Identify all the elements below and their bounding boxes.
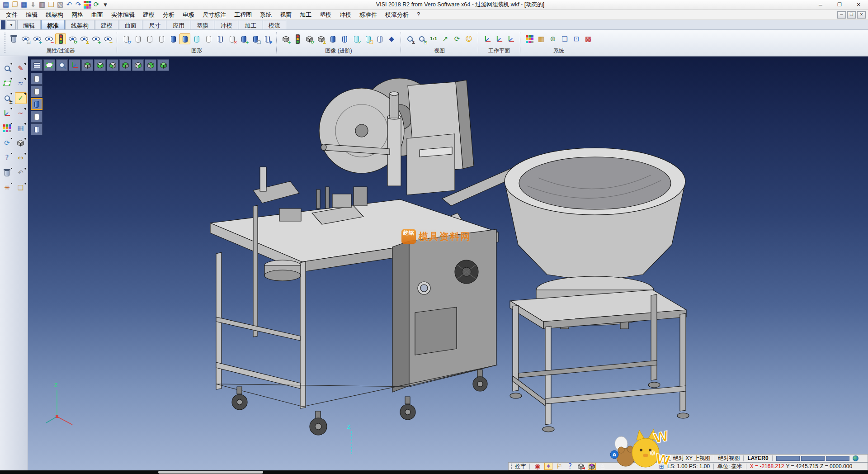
menu-item-2[interactable]: 编辑: [22, 11, 42, 19]
solid-sheet-icon[interactable]: ❏: [363, 33, 373, 44]
view-front-icon[interactable]: [145, 59, 156, 71]
ribbon-tab-11[interactable]: 模流: [263, 20, 286, 29]
view-right-icon[interactable]: [132, 59, 144, 71]
quickbar-more-icon[interactable]: ▾: [101, 1, 109, 9]
lock-toggle[interactable]: 拴牢: [515, 463, 526, 470]
magic-wand-icon[interactable]: ✦: [544, 463, 552, 470]
save-icon[interactable]: ▦: [20, 1, 28, 9]
active-layer-label[interactable]: LAYER0: [747, 455, 768, 461]
menu-item-6[interactable]: 实体编辑: [107, 11, 139, 19]
grid-window-icon[interactable]: ▦: [15, 122, 27, 134]
ribbon-tab-6[interactable]: 尺寸: [143, 20, 166, 29]
menu-item-13[interactable]: 视窗: [276, 11, 296, 19]
zoom-select-icon[interactable]: [1, 62, 13, 74]
solid-striped-icon[interactable]: [339, 33, 350, 44]
copy-icon[interactable]: ❏: [47, 1, 55, 9]
menu-item-4[interactable]: 网格: [67, 11, 87, 19]
refresh-icon[interactable]: ⟳: [92, 1, 100, 9]
ribbon-tab-9[interactable]: 冲模: [215, 20, 238, 29]
toggle-visibility-icon[interactable]: ±: [79, 33, 90, 44]
view-top-icon[interactable]: [81, 59, 93, 71]
calculator-icon[interactable]: ▦: [536, 33, 547, 44]
menu-item-9[interactable]: 电极: [179, 11, 198, 19]
add-graphics-icon[interactable]: +: [238, 33, 249, 44]
display-shaded-icon[interactable]: [31, 98, 42, 110]
copy-graphics-icon[interactable]: ❏: [250, 33, 261, 44]
import-icon[interactable]: ⇓: [29, 1, 37, 9]
zoom-solid-icon[interactable]: ±: [1, 92, 13, 104]
ribbon-tab-3[interactable]: 线架构: [65, 20, 94, 29]
advanced-filter-icon[interactable]: [292, 33, 303, 44]
advanced-add-icon[interactable]: +: [280, 33, 291, 44]
ribbon-tab-2[interactable]: 标准: [41, 20, 65, 29]
fit-view-icon[interactable]: [1, 77, 13, 89]
close-button[interactable]: ✕: [849, 0, 868, 9]
view-menu-icon[interactable]: [31, 59, 42, 71]
mdi-restore-button[interactable]: ❐: [847, 11, 856, 19]
select-mode-icon[interactable]: ⊡: [571, 33, 582, 44]
menu-item-11[interactable]: 工程图: [230, 11, 256, 19]
transparent-display-icon[interactable]: [191, 33, 202, 44]
cpl-icon[interactable]: [69, 59, 80, 71]
mesh-display-icon[interactable]: [215, 33, 226, 44]
redo-icon[interactable]: ↷: [74, 1, 82, 9]
view-bottom-icon[interactable]: [94, 59, 106, 71]
system-options-icon[interactable]: ⊕: [547, 33, 558, 44]
flat-display-icon[interactable]: [203, 33, 214, 44]
fit-all-icon[interactable]: [43, 59, 55, 71]
open-model-icon[interactable]: ❏: [15, 182, 27, 194]
workplane-set-icon[interactable]: [482, 33, 493, 44]
menu-item-1[interactable]: 文件: [2, 11, 22, 19]
display-hidden-icon[interactable]: [31, 85, 42, 97]
menu-item-5[interactable]: 曲面: [87, 11, 107, 19]
cpl-axis-icon[interactable]: [1, 107, 13, 119]
selection-filter-icon[interactable]: [55, 33, 66, 44]
settings-window-icon[interactable]: ❏: [559, 33, 570, 44]
cpl-cube-icon[interactable]: [588, 463, 596, 470]
render-settings-icon[interactable]: [1, 122, 13, 134]
graphics-settings-icon[interactable]: ✱: [262, 33, 273, 44]
mdi-minimize-button[interactable]: ─: [837, 11, 846, 19]
display-mesh-icon[interactable]: [31, 123, 42, 135]
display-flat-icon[interactable]: [31, 111, 42, 123]
show-all-icon[interactable]: +: [90, 33, 101, 44]
menu-item-3[interactable]: 线架构: [42, 11, 67, 19]
rotate-view-icon[interactable]: ⟳: [452, 33, 462, 44]
menu-item-17[interactable]: 标准件: [355, 11, 381, 19]
refresh-visibility-icon[interactable]: ⟳: [67, 33, 78, 44]
sketch-delete-icon[interactable]: ✎: [15, 62, 27, 74]
menu-item-7[interactable]: 建模: [139, 11, 159, 19]
dashed-display-icon[interactable]: [156, 33, 167, 44]
window-grid-icon[interactable]: ⊞: [657, 463, 665, 470]
mdi-close-button[interactable]: ✕: [857, 11, 866, 19]
palette-icon[interactable]: [83, 1, 91, 9]
view-left-icon[interactable]: [107, 59, 118, 71]
measure-icon[interactable]: ↔: [15, 152, 27, 164]
display-wireframe-icon[interactable]: [31, 73, 42, 85]
menu-item-16[interactable]: 冲模: [335, 11, 355, 19]
workplane-move-icon[interactable]: [494, 33, 505, 44]
menu-item-10[interactable]: 尺寸标注: [198, 11, 230, 19]
hide-elements-icon[interactable]: −: [43, 33, 54, 44]
shaded-cube-icon[interactable]: [15, 137, 27, 149]
solid-mesh-icon[interactable]: [374, 33, 385, 44]
confirm-icon[interactable]: ✓: [15, 92, 27, 104]
shaded-display-icon[interactable]: [168, 33, 179, 44]
view-observer-icon[interactable]: ☺: [463, 33, 474, 44]
spline-icon[interactable]: ~: [15, 107, 27, 119]
modify-attributes-icon[interactable]: [8, 33, 19, 44]
undo-icon[interactable]: ↶: [65, 1, 73, 9]
bust-icon[interactable]: ♙: [599, 463, 607, 470]
minimize-button[interactable]: ─: [811, 0, 830, 9]
hidden-line-display-icon[interactable]: [144, 33, 155, 44]
menu-item-18[interactable]: 模流分析: [381, 11, 413, 19]
advanced-toggle-icon[interactable]: ±: [316, 33, 326, 44]
menu-item-19[interactable]: ?: [413, 11, 424, 19]
curve-sketch-icon[interactable]: ≈: [15, 77, 27, 89]
zoom-in-out-icon[interactable]: ±: [405, 33, 415, 44]
view-mode-label[interactable]: 绝对 XY 上视图: [673, 455, 710, 462]
status-zoom-icon[interactable]: [663, 455, 671, 462]
menu-item-12[interactable]: 系统: [256, 11, 276, 19]
view-ref-label[interactable]: 绝对视图: [718, 455, 740, 462]
system-grid-icon[interactable]: ▩: [583, 33, 594, 44]
